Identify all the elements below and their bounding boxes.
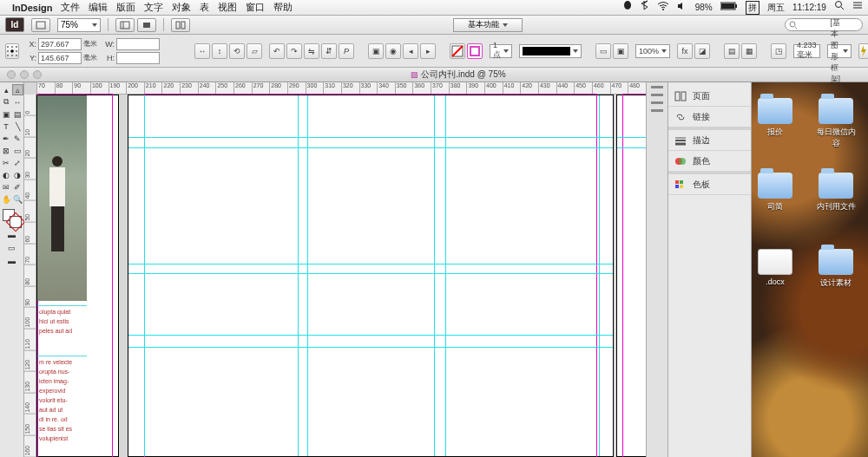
- wifi-icon[interactable]: [657, 2, 669, 10]
- content-placer-icon[interactable]: ▤: [12, 108, 23, 120]
- dock-handle-icon[interactable]: [651, 86, 663, 88]
- horizontal-ruler[interactable]: 7080901001902002102202302402502602702802…: [36, 82, 646, 95]
- help-search-input[interactable]: [785, 18, 863, 31]
- flip-h-icon[interactable]: ⇋: [304, 43, 319, 59]
- page-tool-icon[interactable]: ⧉: [1, 96, 12, 108]
- text-wrap-bound-icon[interactable]: ▦: [741, 43, 757, 59]
- apply-color-icon[interactable]: ▬: [1, 229, 23, 241]
- spotlight-icon[interactable]: [834, 0, 845, 10]
- note-tool-icon[interactable]: ✉: [1, 181, 12, 193]
- direct-selection-tool-icon[interactable]: ▵: [12, 84, 23, 95]
- ime-indicator[interactable]: 拼: [746, 1, 760, 15]
- hand-tool-icon[interactable]: ✋: [1, 193, 12, 205]
- scissors-tool-icon[interactable]: ✂: [1, 157, 12, 168]
- menu-help[interactable]: 帮助: [273, 1, 293, 14]
- bluetooth-icon[interactable]: [641, 0, 648, 10]
- gradient-feather-tool-icon[interactable]: ◑: [12, 169, 23, 180]
- sel-next-icon[interactable]: ▸: [420, 43, 436, 59]
- content-collector-icon[interactable]: ▣: [1, 108, 12, 120]
- desktop-folder-5[interactable]: 设计素材: [814, 249, 858, 289]
- type-tool-icon[interactable]: T: [1, 121, 12, 132]
- pen-tool-icon[interactable]: ✒: [1, 133, 12, 144]
- rectangle-frame-tool-icon[interactable]: ⊠: [1, 145, 12, 156]
- text-wrap-none-icon[interactable]: ▤: [724, 43, 740, 59]
- menu-layout[interactable]: 版面: [116, 1, 135, 14]
- fit-content-icon[interactable]: ▣: [613, 43, 628, 59]
- char-panel-icon[interactable]: P: [339, 43, 354, 59]
- rotate-cw-icon[interactable]: ↷: [286, 43, 302, 59]
- page-spread[interactable]: [128, 95, 614, 457]
- qq-icon[interactable]: [622, 0, 633, 10]
- zoom-window-icon[interactable]: [33, 70, 42, 79]
- desktop-folder-3[interactable]: 司简: [753, 173, 797, 212]
- minimize-window-icon[interactable]: [20, 70, 29, 79]
- zoom-tool-icon[interactable]: 🔍: [12, 193, 23, 205]
- workspace-switcher[interactable]: 基本功能: [453, 18, 523, 32]
- scale-y-icon[interactable]: ↕: [212, 43, 227, 59]
- stroke-swatch-icon[interactable]: [467, 43, 483, 59]
- text-frame-1[interactable]: olupta quiat hici ut estis peles aut ad: [37, 305, 87, 340]
- arrange-icon[interactable]: [171, 18, 190, 32]
- gap-tool-icon[interactable]: ↔: [12, 96, 23, 108]
- quick-apply-icon[interactable]: [858, 43, 868, 59]
- shear-icon[interactable]: ▱: [247, 43, 262, 59]
- reference-point-icon[interactable]: [5, 43, 19, 59]
- desktop-file-1[interactable]: .docx: [753, 249, 797, 286]
- drop-shadow-icon[interactable]: ◪: [694, 43, 710, 59]
- rotate-ccw-icon[interactable]: ↶: [269, 43, 285, 59]
- view-mode-normal-icon[interactable]: ▭: [1, 242, 23, 254]
- fill-swatch-icon[interactable]: [450, 43, 465, 59]
- menu-type[interactable]: 文字: [144, 1, 163, 14]
- y-field[interactable]: 145.667: [38, 52, 82, 64]
- object-style-dropdown[interactable]: [基本图形框架]: [827, 44, 852, 58]
- opacity-dropdown[interactable]: 100%: [635, 44, 670, 58]
- line-tool-icon[interactable]: ╲: [12, 121, 23, 132]
- sel-content-icon[interactable]: ◉: [385, 43, 401, 59]
- gradient-swatch-tool-icon[interactable]: ◐: [1, 169, 12, 180]
- fill-stroke-swatch[interactable]: [3, 209, 22, 228]
- scale-x-icon[interactable]: ↔: [194, 43, 210, 59]
- app-name[interactable]: InDesign: [12, 3, 52, 13]
- desktop-folder-1[interactable]: 报价: [753, 98, 797, 138]
- volume-icon[interactable]: [677, 2, 687, 10]
- menu-object[interactable]: 对象: [172, 1, 191, 14]
- canvas[interactable]: 7080901001902002102202302402502602702802…: [24, 82, 646, 457]
- text-frame-2[interactable]: m re velecte orupta nus- icten imag- exp…: [37, 356, 87, 444]
- x-field[interactable]: 297.667: [38, 38, 82, 50]
- sel-container-icon[interactable]: ▣: [368, 43, 384, 59]
- corner-options-icon[interactable]: ◳: [771, 43, 786, 59]
- sel-prev-icon[interactable]: ◂: [403, 43, 418, 59]
- rotate-icon[interactable]: ⟲: [229, 43, 245, 59]
- desktop-folder-2[interactable]: 每日微信内容: [814, 98, 858, 149]
- zoom-level-dropdown[interactable]: 75%: [57, 18, 101, 32]
- eyedropper-tool-icon[interactable]: ✐: [12, 181, 23, 193]
- close-window-icon[interactable]: [7, 70, 16, 79]
- menu-table[interactable]: 表: [200, 1, 209, 14]
- stroke-style-dropdown[interactable]: [519, 44, 582, 58]
- page-right-partial[interactable]: [616, 95, 646, 457]
- battery-icon[interactable]: [720, 2, 738, 10]
- rectangle-tool-icon[interactable]: ▭: [12, 145, 23, 156]
- panel-swatches[interactable]: 色板: [668, 174, 751, 195]
- screen-mode-icon[interactable]: [137, 18, 156, 32]
- view-options-icon[interactable]: [115, 18, 135, 32]
- selection-tool-icon[interactable]: ▴: [1, 84, 12, 95]
- bridge-icon[interactable]: [31, 18, 50, 32]
- view-mode-preview-icon[interactable]: ▬: [1, 255, 23, 267]
- flip-v-icon[interactable]: ⇵: [321, 43, 337, 59]
- corner-size-field[interactable]: 4.233 毫米: [793, 44, 820, 58]
- panel-stroke[interactable]: 描边: [668, 130, 751, 151]
- panel-color[interactable]: 颜色: [668, 151, 751, 172]
- page-left-partial[interactable]: olupta quiat hici ut estis peles aut ad …: [36, 95, 119, 457]
- stroke-weight-dropdown[interactable]: 1 点: [490, 44, 512, 58]
- desktop-folder-4[interactable]: 内刊用文件: [814, 173, 858, 212]
- pencil-tool-icon[interactable]: ✎: [12, 133, 23, 144]
- menu-view[interactable]: 视图: [218, 1, 237, 14]
- placed-image[interactable]: [37, 95, 87, 301]
- notification-center-icon[interactable]: [852, 0, 863, 10]
- menu-edit[interactable]: 编辑: [89, 1, 108, 14]
- right-dock-strip[interactable]: [646, 82, 668, 457]
- h-field[interactable]: [116, 52, 160, 64]
- vertical-ruler[interactable]: 0102030405060708090100110120130140150160: [24, 95, 36, 457]
- panel-links[interactable]: 链接: [668, 107, 751, 127]
